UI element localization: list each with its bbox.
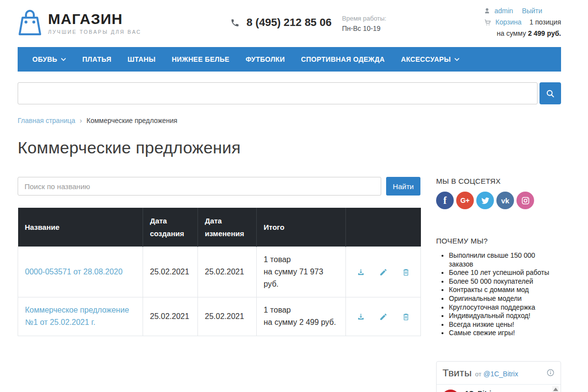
nav-item-label: ШТАНЫ xyxy=(127,55,155,63)
offer-total-count: 1 товар xyxy=(264,306,291,314)
column-header-created: Дата создания xyxy=(143,208,198,247)
offer-total-count: 1 товар xyxy=(264,255,291,264)
nav-item-nizhnee-belye[interactable]: НИЖНЕЕ БЕЛЬЕ xyxy=(172,55,229,63)
nav-item-sportivnaya-odezhda[interactable]: СПОРТИВНАЯ ОДЕЖДА xyxy=(301,55,385,63)
tweets-title: Твиты xyxy=(442,367,472,379)
working-hours: Время работы: Пн-Вс 10-19 xyxy=(342,14,386,34)
facebook-glyph: f xyxy=(443,195,447,206)
column-header-modified: Дата изменения xyxy=(198,208,257,247)
logo-title: МАГАЗИН xyxy=(48,12,142,26)
nav-item-platya[interactable]: ПЛАТЬЯ xyxy=(82,55,111,63)
info-icon[interactable] xyxy=(546,368,555,377)
nav-item-label: СПОРТИВНАЯ ОДЕЖДА xyxy=(301,55,385,63)
offer-modified-date: 25.02.2021 xyxy=(198,247,257,297)
chevron-down-icon xyxy=(61,58,66,61)
table-row: 0000-053571 от 28.08.2020 25.02.2021 25.… xyxy=(18,247,421,297)
vk-icon[interactable]: vk xyxy=(496,192,514,209)
nav-item-futbolki[interactable]: ФУТБОЛКИ xyxy=(245,55,285,63)
tweets-by-prefix: от xyxy=(475,370,482,378)
list-item: Самые свежие игры! xyxy=(449,329,561,338)
delete-icon[interactable] xyxy=(402,313,410,321)
social-title: МЫ В СОЦСЕТЯХ xyxy=(436,177,561,185)
column-header-actions xyxy=(346,208,421,247)
list-item: Более 10 лет успешной работы xyxy=(449,269,561,277)
list-item: Всегда низкие цены! xyxy=(449,320,561,329)
instagram-icon[interactable] xyxy=(516,192,534,209)
cart-line: Корзина 1 позиция xyxy=(484,18,561,26)
offers-search-button[interactable]: Найти xyxy=(386,177,420,196)
tweets-widget: Твиты от @1C_Bitrix b xyxy=(436,361,561,392)
page-title: Коммерческие предложения xyxy=(18,138,561,157)
download-icon[interactable] xyxy=(357,268,365,276)
download-icon[interactable] xyxy=(357,313,365,321)
store-logo[interactable]: МАГАЗИН ЛУЧШИЕ ТОВАРЫ ДЛЯ ВАС xyxy=(18,9,142,37)
edit-icon[interactable] xyxy=(379,268,388,276)
nav-item-shtany[interactable]: ШТАНЫ xyxy=(127,55,155,63)
user-icon xyxy=(484,7,490,14)
site-search xyxy=(18,82,561,104)
edit-icon[interactable] xyxy=(379,313,388,321)
offer-name-link[interactable]: 0000-053571 от 28.08.2020 xyxy=(25,268,122,276)
chevron-right-icon: › xyxy=(80,116,82,124)
delete-icon[interactable] xyxy=(402,268,410,276)
vk-glyph: vk xyxy=(501,196,510,205)
cart-sum-prefix: на сумму xyxy=(497,29,526,37)
table-header-row: Название Дата создания Дата изменения Ит… xyxy=(18,208,421,247)
facebook-icon[interactable]: f xyxy=(436,192,454,209)
site-search-input[interactable] xyxy=(18,82,538,104)
google-plus-glyph: G+ xyxy=(460,196,469,204)
shopping-bag-icon xyxy=(18,9,42,37)
why-us-block: ПОЧЕМУ МЫ? Выполнили свыше 150 000 заказ… xyxy=(436,237,561,338)
offer-name-link[interactable]: Коммерческое предложение №1 от 25.02.202… xyxy=(25,306,129,326)
offers-search-input[interactable] xyxy=(18,177,381,196)
offers-table: Название Дата создания Дата изменения Ит… xyxy=(18,208,421,336)
page: МАГАЗИН ЛУЧШИЕ ТОВАРЫ ДЛЯ ВАС 8 (495) 21… xyxy=(0,0,588,392)
scroll-up-arrow[interactable] xyxy=(553,388,558,391)
list-item: Круглосуточная поддержка xyxy=(449,303,561,312)
why-us-list: Выполнили свыше 150 000 заказов Более 10… xyxy=(436,251,561,338)
nav-item-label: АКСЕССУАРЫ xyxy=(401,55,451,63)
breadcrumb: Главная страница › Коммерческие предложе… xyxy=(18,116,561,124)
hours-label: Время работы: xyxy=(342,14,386,24)
nav-item-obuv[interactable]: ОБУВЬ xyxy=(32,55,66,63)
user-name-link[interactable]: admin xyxy=(494,7,513,15)
list-item: Контракты с домами мод xyxy=(449,286,561,294)
breadcrumb-home-link[interactable]: Главная страница xyxy=(18,117,75,124)
account-block: admin Выйти Корзина 1 позиция на сумму 2… xyxy=(484,7,561,37)
logout-link[interactable]: Выйти xyxy=(522,7,542,15)
list-item: Оригинальные модели xyxy=(449,294,561,303)
nav-item-aksessuary[interactable]: АКСЕССУАРЫ xyxy=(401,55,460,63)
list-item: Выполнили свыше 150 000 заказов xyxy=(449,251,561,269)
breadcrumb-current: Коммерческие предложения xyxy=(87,117,177,124)
nav-item-label: ОБУВЬ xyxy=(32,55,57,63)
column-header-total: Итого xyxy=(257,208,346,247)
nav-item-label: ФУТБОЛКИ xyxy=(245,55,285,63)
logo-subtitle: ЛУЧШИЕ ТОВАРЫ ДЛЯ ВАС xyxy=(48,29,142,35)
cart-icon xyxy=(484,19,491,26)
phone-number: 8 (495) 212 85 06 xyxy=(246,16,332,29)
offer-total: 1 товар на сумму 2 499 руб. xyxy=(257,297,346,336)
cart-sum: на сумму 2 499 руб. xyxy=(484,29,561,37)
scrollbar[interactable] xyxy=(552,386,559,392)
phone-icon xyxy=(230,18,240,27)
social-icons: f G+ vk xyxy=(436,192,561,209)
why-us-title: ПОЧЕМУ МЫ? xyxy=(436,237,561,245)
offer-total: 1 товар на сумму 71 973 руб. xyxy=(257,247,346,297)
bitrix-avatar: b xyxy=(441,390,460,392)
search-icon xyxy=(545,89,555,98)
hours-value: Пн-Вс 10-19 xyxy=(342,24,386,34)
tweets-header: Твиты от @1C_Bitrix xyxy=(437,362,561,385)
sidebar: МЫ В СОЦСЕТЯХ f G+ vk xyxy=(436,177,561,392)
content-column: Найти Название Дата создания Дата измене… xyxy=(18,177,420,392)
cart-link[interactable]: Корзина xyxy=(495,18,521,26)
main-nav: ОБУВЬ ПЛАТЬЯ ШТАНЫ НИЖНЕЕ БЕЛЬЕ ФУТБОЛКИ… xyxy=(18,47,561,72)
twitter-icon[interactable] xyxy=(476,192,494,209)
tweets-account-link[interactable]: @1C_Bitrix xyxy=(483,370,518,378)
tweet-item[interactable]: b 1C_Bitrix @1C_Bitrix xyxy=(437,385,561,392)
site-search-button[interactable] xyxy=(539,82,561,104)
google-plus-icon[interactable]: G+ xyxy=(456,192,474,209)
offer-total-sum: на сумму 71 973 руб. xyxy=(264,266,339,291)
table-row: Коммерческое предложение №1 от 25.02.202… xyxy=(18,297,421,336)
offer-total-sum: на сумму 2 499 руб. xyxy=(264,317,339,329)
column-header-name: Название xyxy=(18,208,143,247)
